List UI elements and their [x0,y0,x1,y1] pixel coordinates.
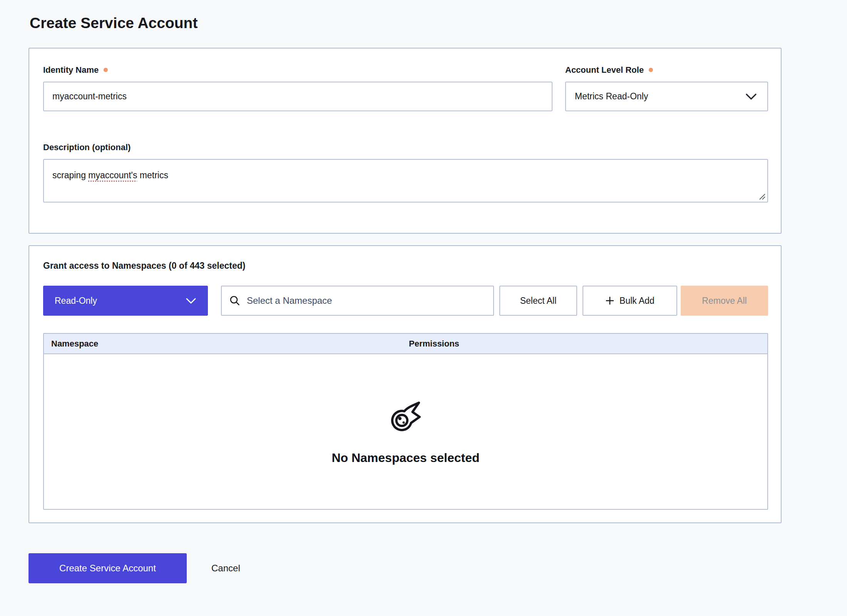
identity-name-input[interactable] [43,82,552,111]
account-level-role-label: Account Level Role [565,65,644,75]
namespaces-panel: Grant access to Namespaces (0 of 443 sel… [28,245,782,523]
identity-panel: Identity Name Account Level Role Metrics… [28,48,782,234]
description-misspelled-word: myaccount's [88,170,137,180]
create-service-account-button[interactable]: Create Service Account [28,553,187,583]
identity-name-label-row: Identity Name [43,65,552,75]
comet-icon [388,398,423,434]
namespace-column-header: Namespace [51,339,409,349]
resize-grip-icon[interactable] [759,193,766,200]
create-service-account-page: Create Service Account Identity Name Acc… [0,0,847,616]
permission-role-dropdown[interactable]: Read-Only [43,286,208,316]
description-text: scraping [52,170,88,180]
namespaces-table: Namespace Permissions No Namespaces sele… [43,333,768,510]
description-label-row: Description (optional) [43,142,768,152]
namespace-search[interactable] [221,286,494,316]
namespaces-table-body: No Namespaces selected [44,354,767,509]
required-dot-icon [104,68,108,72]
identity-field-row: Identity Name Account Level Role Metrics… [43,65,768,111]
namespace-controls-row: Read-Only Select All Bulk Add [43,286,768,316]
page-title: Create Service Account [30,14,847,32]
footer-actions: Create Service Account Cancel [28,553,847,583]
permission-role-value: Read-Only [55,296,97,306]
namespaces-table-header: Namespace Permissions [44,334,767,354]
chevron-down-icon [186,298,196,304]
search-icon [229,295,240,306]
namespaces-heading: Grant access to Namespaces (0 of 443 sel… [43,261,768,271]
identity-name-label: Identity Name [43,65,99,75]
bulk-add-button[interactable]: Bulk Add [583,286,677,316]
bulk-add-label: Bulk Add [619,296,654,306]
empty-state-message: No Namespaces selected [331,451,479,465]
account-level-role-value: Metrics Read-Only [575,91,648,102]
description-label: Description (optional) [43,142,131,152]
identity-name-field: Identity Name [43,65,552,111]
required-dot-icon [649,68,653,72]
chevron-down-icon [745,93,757,100]
select-all-button[interactable]: Select All [499,286,577,316]
remove-all-button[interactable]: Remove All [681,286,768,316]
description-text: metrics [137,170,168,180]
permissions-column-header: Permissions [409,339,459,349]
plus-icon [605,296,614,305]
empty-state: No Namespaces selected [331,398,479,465]
cancel-button[interactable]: Cancel [211,563,240,574]
account-level-role-label-row: Account Level Role [565,65,768,75]
account-level-role-field: Account Level Role Metrics Read-Only [565,65,768,111]
account-level-role-select[interactable]: Metrics Read-Only [565,82,768,111]
namespace-search-input[interactable] [246,295,485,306]
description-textarea[interactable]: scraping myaccount's metrics [43,159,768,203]
